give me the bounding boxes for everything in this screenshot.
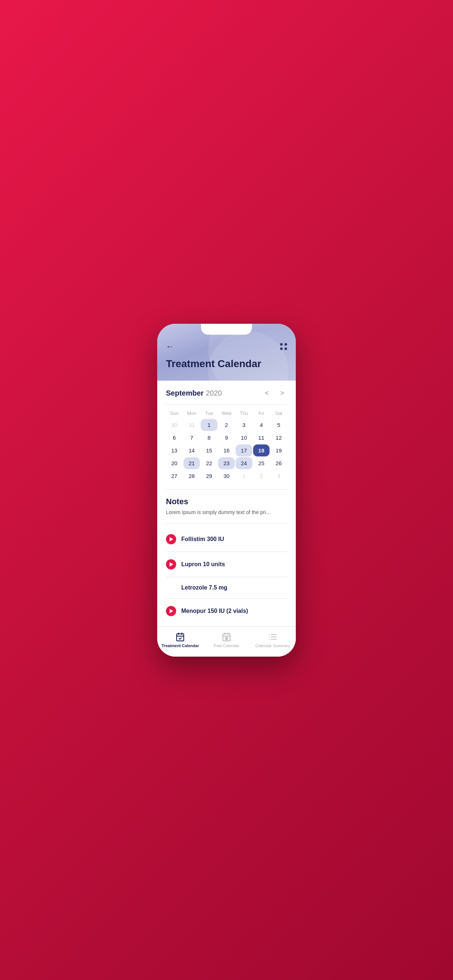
medication-name: Lupron 10 units	[181, 561, 225, 568]
more-menu-button[interactable]	[280, 343, 287, 350]
calendar-day[interactable]: 18	[253, 444, 270, 457]
medications-section: Follistim 300 IULupron 10 unitsLetrozole…	[157, 528, 296, 626]
year-value: 2020	[206, 389, 222, 397]
notes-divider	[166, 489, 287, 490]
tab-icon-2	[268, 632, 278, 642]
medication-name: Menopur 150 IU (2 vials)	[181, 608, 248, 614]
calendar-day[interactable]: 3	[270, 470, 287, 482]
weekday-header: Sun	[166, 408, 183, 418]
tab-label-0: Treatment Calendar	[161, 643, 199, 648]
calendar-day[interactable]: 30	[218, 470, 235, 482]
calendar-day[interactable]: 27	[166, 470, 183, 482]
meds-divider	[166, 523, 287, 524]
medication-name: Letrozole 7.5 mg	[181, 584, 227, 591]
month-label: September 2020	[166, 389, 222, 398]
play-icon[interactable]	[166, 559, 176, 570]
weekday-header: Sat	[270, 408, 287, 418]
calendar-day[interactable]: 30	[166, 419, 183, 431]
back-button[interactable]: ←	[166, 342, 174, 352]
calendar-day[interactable]: 11	[253, 432, 270, 444]
page-title: Treatment Calendar	[157, 355, 296, 370]
tab-item-2[interactable]: Calendar Summary	[249, 630, 296, 649]
tab-bar: Treatment CalendarPast CalendarCalendar …	[157, 626, 296, 657]
notch	[201, 324, 252, 335]
weekday-header: Tue	[201, 408, 217, 418]
tab-icon-1	[222, 632, 231, 642]
calendar-day[interactable]: 7	[183, 432, 200, 444]
calendar-top-divider	[166, 404, 287, 405]
calendar-day[interactable]: 21	[183, 457, 200, 469]
calendar-day[interactable]: 14	[183, 444, 200, 457]
calendar-day[interactable]: 20	[166, 457, 183, 469]
calendar-day[interactable]: 8	[201, 432, 217, 444]
notes-section: Notes Lorem Ipsum is simply dummy text o…	[157, 493, 296, 520]
month-navigator: September 2020 < >	[166, 388, 287, 398]
calendar-day[interactable]: 4	[253, 419, 270, 431]
calendar-day[interactable]: 23	[218, 457, 235, 469]
dot-4	[284, 347, 287, 350]
calendar-day[interactable]: 22	[201, 457, 217, 469]
med-divider	[166, 552, 287, 552]
calendar-day[interactable]: 5	[270, 419, 287, 431]
med-divider	[166, 598, 287, 599]
tab-item-0[interactable]: Treatment Calendar	[157, 630, 204, 649]
calendar-day[interactable]: 1	[201, 419, 217, 431]
med-divider	[166, 577, 287, 577]
calendar-day[interactable]: 2	[253, 470, 270, 482]
month-name: September	[166, 389, 204, 397]
medication-item[interactable]: Lupron 10 units	[166, 555, 287, 574]
calendar-day[interactable]: 24	[236, 457, 252, 469]
dot-3	[280, 347, 283, 350]
calendar-day[interactable]: 3	[236, 419, 252, 431]
calendar-day[interactable]: 25	[253, 457, 270, 469]
calendar-day[interactable]: 26	[270, 457, 287, 469]
tab-icon-0	[175, 632, 185, 642]
tab-item-1[interactable]: Past Calendar	[204, 630, 250, 649]
calendar-day[interactable]: 6	[166, 432, 183, 444]
calendar-day[interactable]: 12	[270, 432, 287, 444]
calendar-grid: SunMonTueWedThuFriSat3031123456789101112…	[166, 408, 287, 482]
app-header: ← Treatment Calendar	[157, 324, 296, 380]
weekday-header: Fri	[253, 408, 270, 418]
dot-2	[284, 343, 287, 345]
calendar-day[interactable]: 17	[236, 444, 252, 457]
calendar-day[interactable]: 15	[201, 444, 217, 457]
notes-content: Lorem Ipsum is simply dummy text of the …	[166, 509, 287, 516]
play-icon[interactable]	[166, 534, 176, 544]
phone-frame: ← Treatment Calendar September 2020 < >	[157, 324, 296, 657]
prev-month-button[interactable]: <	[262, 388, 272, 398]
tab-label-1: Past Calendar	[214, 643, 239, 648]
calendar-day[interactable]: 13	[166, 444, 183, 457]
calendar-day[interactable]: 16	[218, 444, 235, 457]
medication-item[interactable]: Follistim 300 IU	[166, 530, 287, 549]
next-month-button[interactable]: >	[277, 388, 287, 398]
calendar-day[interactable]: 1	[236, 470, 252, 482]
medication-item[interactable]: Menopur 150 IU (2 vials)	[166, 601, 287, 620]
medication-item[interactable]: Letrozole 7.5 mg	[166, 580, 287, 595]
calendar-day[interactable]: 19	[270, 444, 287, 457]
notes-title: Notes	[166, 497, 287, 506]
calendar-day[interactable]: 31	[183, 419, 200, 431]
tab-label-2: Calendar Summary	[255, 643, 290, 648]
weekday-header: Wed	[218, 408, 235, 418]
calendar-day[interactable]: 9	[218, 432, 235, 444]
calendar-day[interactable]: 28	[183, 470, 200, 482]
dot-1	[280, 343, 283, 345]
main-content: September 2020 < > SunMonTueWedThuFriSat…	[157, 380, 296, 626]
medication-name: Follistim 300 IU	[181, 536, 224, 542]
weekday-header: Mon	[183, 408, 200, 418]
calendar-day[interactable]: 10	[236, 432, 252, 444]
calendar-day[interactable]: 29	[201, 470, 217, 482]
play-icon[interactable]	[166, 606, 176, 616]
svg-rect-0	[177, 634, 184, 641]
header-nav: ←	[157, 338, 296, 355]
calendar-nav-arrows: < >	[262, 388, 287, 398]
weekday-header: Thu	[236, 408, 252, 418]
calendar-section: September 2020 < > SunMonTueWedThuFriSat…	[157, 380, 296, 485]
calendar-day[interactable]: 2	[218, 419, 235, 431]
